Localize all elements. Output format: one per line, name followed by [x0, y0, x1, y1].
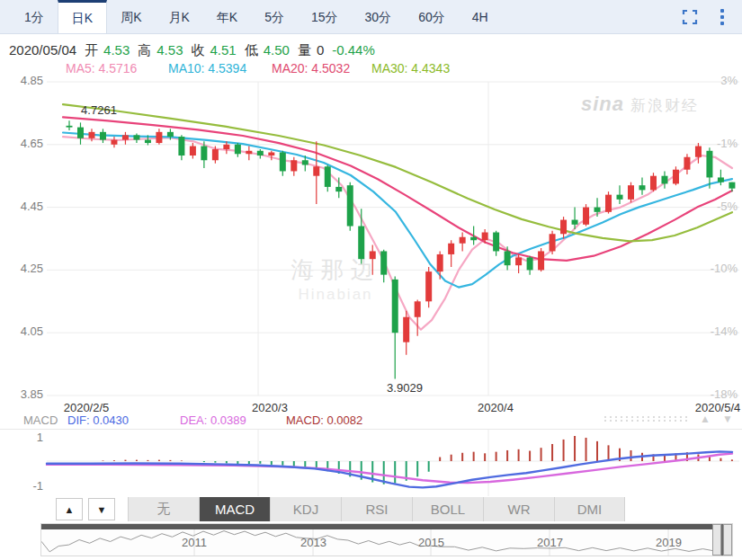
candle-body	[335, 187, 342, 191]
navigator-year-2019: 2019	[656, 536, 682, 549]
candle-body	[415, 301, 421, 316]
candle-body	[572, 220, 578, 225]
candle-body	[639, 185, 645, 190]
candle-body	[257, 151, 264, 156]
navigator-mini-chart	[41, 524, 732, 556]
candle-body	[594, 208, 601, 212]
y-axis-price-label: 4.85	[7, 74, 43, 87]
candle-body	[617, 195, 623, 200]
panel-collapse-down-icon[interactable]: ▼	[722, 413, 733, 425]
indicator-tab-DMI[interactable]: DMI	[554, 497, 625, 521]
candle-body	[358, 227, 364, 260]
macd-chart[interactable]	[0, 429, 742, 497]
navigator-year-2017: 2017	[537, 536, 563, 549]
indicator-tab-KDJ[interactable]: KDJ	[270, 497, 341, 521]
y-axis-percent-label: -10%	[693, 262, 738, 275]
candle-body	[223, 145, 229, 149]
candle-body	[650, 176, 657, 191]
candle-body	[156, 132, 162, 143]
candle-body	[661, 176, 667, 184]
macd-title: MACD	[23, 413, 58, 427]
candle-body	[268, 153, 274, 156]
y-axis-percent-label: 3%	[693, 74, 738, 87]
candle-body	[212, 149, 219, 160]
ma-line-MA30	[63, 104, 732, 241]
candle-body	[505, 251, 511, 265]
candle-body	[673, 170, 679, 184]
candle-body	[201, 147, 207, 161]
navigator-right-grip[interactable]	[723, 524, 732, 556]
candle-body	[347, 185, 353, 226]
range-navigator[interactable]: 20112013201520172019	[40, 523, 733, 556]
y-axis-percent-label: -5%	[693, 200, 738, 213]
candle-body	[493, 233, 499, 252]
y-axis-price-label: 4.45	[7, 200, 43, 213]
candle-body	[178, 137, 184, 156]
candle-body	[246, 151, 252, 154]
x-axis-date-label: 2020/4	[455, 401, 536, 414]
candle-body	[67, 126, 73, 128]
macd-y-label: -1	[7, 479, 43, 493]
candle-body	[403, 317, 409, 342]
candle-body	[302, 160, 308, 164]
candle-body	[706, 151, 712, 178]
candle-body	[392, 280, 398, 333]
main-kline-chart[interactable]	[0, 0, 742, 401]
candle-body	[550, 234, 556, 251]
candle-body	[167, 132, 174, 137]
indicator-tabs: 无MACDKDJRSIBOLLWRDMI	[128, 497, 625, 521]
candle-body	[460, 237, 466, 244]
candle-body	[380, 251, 387, 274]
candle-body	[605, 195, 612, 212]
candle-body	[470, 237, 477, 240]
candle-body	[291, 160, 297, 171]
navigator-year-2013: 2013	[300, 536, 326, 549]
x-axis-date-label: 2020/2/5	[46, 401, 127, 414]
macd-y-label: 1	[7, 431, 43, 444]
navigator-year-2015: 2015	[418, 536, 444, 549]
candle-body	[684, 157, 690, 170]
candle-body	[88, 132, 94, 138]
candle-body	[122, 135, 129, 139]
candle-body	[560, 220, 567, 235]
macd-dif-value: DIF: 0.0430	[67, 413, 129, 427]
dif-line	[47, 451, 732, 487]
candle-body	[729, 182, 735, 189]
indicator-tab-BOLL[interactable]: BOLL	[412, 497, 483, 521]
candle-body	[482, 233, 488, 241]
candle-body	[448, 244, 454, 254]
candle-body	[100, 132, 106, 140]
indicator-tab-无[interactable]: 无	[128, 497, 199, 521]
x-axis-date-label: 2020/3	[229, 401, 310, 414]
candle-body	[145, 140, 151, 143]
indicator-tab-MACD[interactable]: MACD	[199, 497, 270, 521]
indicator-tab-WR[interactable]: WR	[483, 497, 554, 521]
price-annotation: 4.7261	[72, 103, 126, 117]
candle-body	[370, 251, 376, 259]
candle-body	[425, 271, 432, 301]
panel-collapse-up-icon[interactable]: ▲	[700, 413, 711, 425]
candle-body	[538, 251, 544, 270]
y-axis-percent-label: -1%	[693, 137, 738, 150]
candle-body	[77, 128, 84, 138]
candle-body	[111, 140, 117, 145]
indicator-up-button[interactable]: ▲	[56, 498, 83, 520]
navigator-left-grip[interactable]	[712, 524, 721, 556]
candle-body	[313, 166, 319, 175]
candle-body	[527, 257, 533, 270]
candle-body	[437, 254, 443, 271]
y-axis-price-label: 4.25	[7, 262, 43, 275]
macd-dea-value: DEA: 0.0389	[180, 413, 246, 427]
y-axis-price-label: 4.05	[7, 324, 43, 338]
y-axis-percent-label: -18%	[693, 387, 738, 401]
y-axis-price-label: 3.85	[7, 387, 43, 401]
candle-body	[628, 185, 634, 200]
macd-macd-value: MACD: 0.0082	[286, 413, 362, 427]
indicator-down-button[interactable]: ▼	[88, 498, 115, 520]
candle-body	[718, 177, 724, 182]
panel-resize-handle[interactable]	[604, 416, 689, 424]
candle-body	[583, 208, 589, 225]
indicator-tab-RSI[interactable]: RSI	[341, 497, 412, 521]
y-axis-price-label: 4.65	[7, 137, 43, 150]
candle-body	[515, 257, 522, 265]
